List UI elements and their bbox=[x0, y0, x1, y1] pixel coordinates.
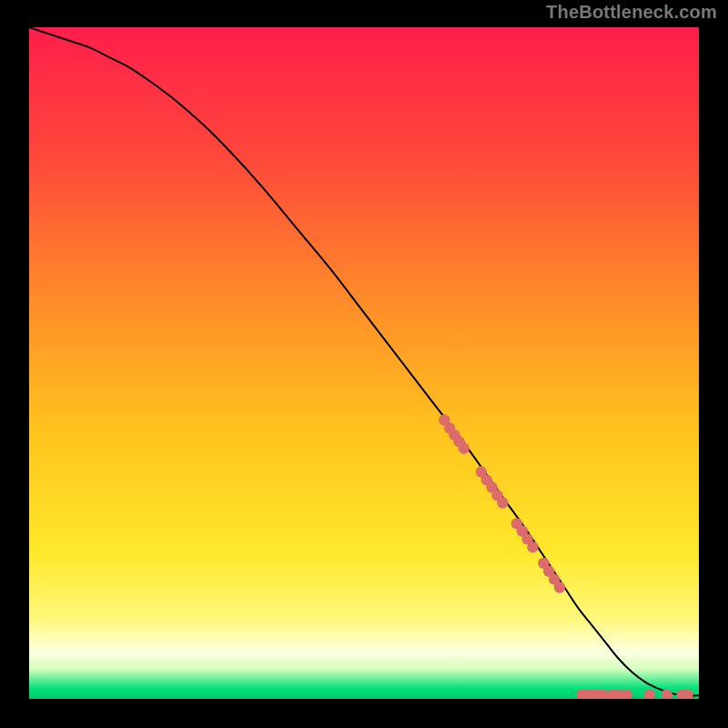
data-marker bbox=[554, 581, 565, 592]
data-marker bbox=[497, 497, 508, 508]
data-marker bbox=[458, 443, 469, 454]
data-marker bbox=[527, 541, 538, 552]
chart-frame: TheBottleneck.com bbox=[0, 0, 728, 728]
plot-area bbox=[29, 27, 699, 699]
plot-svg bbox=[29, 27, 699, 699]
gradient-background bbox=[29, 27, 699, 699]
watermark-text: TheBottleneck.com bbox=[546, 2, 717, 23]
